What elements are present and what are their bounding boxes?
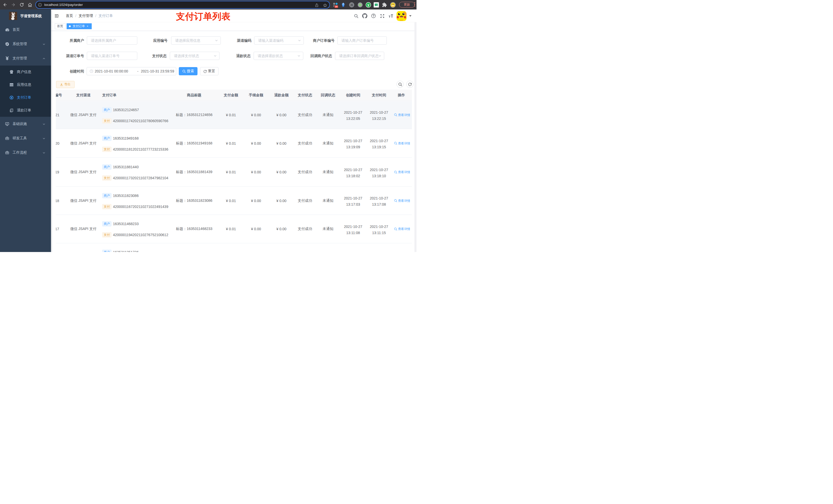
caret-down-icon[interactable] (409, 14, 412, 18)
chevron-down-icon (298, 54, 301, 57)
bookmark-star-icon[interactable] (323, 3, 327, 8)
shop-icon (9, 70, 14, 74)
tag-pay-order[interactable]: 支付订单 × (67, 23, 92, 29)
column-header: 手续金额 (249, 90, 263, 101)
github-icon[interactable] (360, 13, 369, 19)
cell-subject: 标题：1635311823086 (176, 198, 212, 203)
app-root: localhost:1024/pay/order 10 ⌘ y (0, 0, 416, 252)
column-header: 支付时间 (372, 90, 386, 101)
sidebar-item-devtools[interactable]: 研发工具 (0, 131, 51, 145)
cell-pay-status: 支付成功 (298, 141, 312, 146)
breadcrumb-pay[interactable]: 支付管理 (79, 14, 93, 18)
view-detail-link[interactable]: 查看详情 (394, 227, 410, 231)
page-scrollbar-gutter[interactable] (414, 22, 416, 252)
sidebar-fold-icon[interactable] (54, 14, 59, 18)
filter-label-channel-order-no: 渠道订单号 (66, 52, 84, 60)
sidebar-item-infra[interactable]: 基础设施 (0, 117, 51, 131)
extension-chat-icon[interactable] (374, 2, 379, 7)
search-button[interactable]: 搜索 (179, 67, 197, 75)
extension-tabs-icon[interactable]: 10 (333, 2, 338, 7)
range-end-value[interactable]: 2021-10-31 23:59:59 (141, 67, 176, 75)
tag-close-icon[interactable]: × (86, 25, 89, 28)
view-detail-link[interactable]: 查看详情 (394, 198, 410, 203)
column-header: 支付状态 (298, 90, 312, 101)
pay-tag: 支付 (102, 232, 112, 237)
refund-status-select[interactable]: 请选择退款状态 (254, 52, 303, 60)
sidebar-logo[interactable]: 芋道管理系统 (0, 9, 51, 23)
notify-status-select[interactable]: 请选择订单回调商户状态 (335, 52, 384, 60)
merchant-order-no-input[interactable]: 请输入商户订单编号 (337, 37, 387, 45)
sidebar-item-home[interactable]: 首页 (0, 23, 51, 37)
main-area: 首页 / 支付管理 / 支付订单 (51, 9, 416, 252)
tag-home[interactable]: 首页 (55, 23, 66, 29)
browser-reload-button[interactable] (18, 0, 26, 9)
app-select[interactable]: 请选择应用信息 (171, 37, 221, 45)
cell-merchant-order: 商户1635311949168 (102, 136, 139, 141)
extension-grey-circle-icon[interactable] (358, 2, 363, 7)
sidebar-item-merchant-info[interactable]: 商户信息 (0, 66, 51, 78)
extension-badge: 10 (334, 5, 338, 8)
breadcrumb-home[interactable]: 首页 (66, 14, 73, 18)
font-size-icon[interactable] (386, 13, 395, 19)
sidebar-item-app-info[interactable]: 应用信息 (0, 78, 51, 91)
cell-id: 119 (56, 170, 59, 174)
pay-tag: 支付 (102, 204, 112, 209)
view-detail-link[interactable]: 查看详情 (394, 141, 410, 145)
address-bar[interactable]: localhost:1024/pay/order (35, 1, 330, 9)
user-avatar[interactable] (397, 11, 406, 21)
column-header: 支付订单 (102, 90, 117, 101)
yen-circle-icon (9, 96, 14, 100)
chevron-down-icon (378, 54, 381, 57)
table-row: 118微信 JSAPI 支付商户1635311823086支付420000116… (56, 187, 412, 215)
reset-button[interactable]: 重置 (200, 67, 218, 75)
fullscreen-icon[interactable] (378, 14, 386, 19)
page-content: 所属商户 请选择所属商户 应用编号 请选择应用信息 渠道编码 请输入渠道编码 商… (51, 31, 416, 252)
browser-forward-button[interactable] (9, 0, 17, 9)
column-header: 支付渠道 (76, 90, 91, 101)
channel-code-select[interactable]: 请输入渠道编码 (254, 37, 304, 45)
cell-id: 121 (56, 113, 60, 117)
create-time-range-picker[interactable]: 2021-10-01 00:00:00 - 2021-10-31 23:59:5… (87, 67, 176, 75)
extension-y-icon[interactable]: y (365, 2, 372, 8)
header-search-icon[interactable] (352, 14, 360, 19)
extension-command-icon[interactable]: ⌘ (349, 2, 355, 8)
clock-icon (90, 69, 93, 73)
profile-avatar-icon[interactable] (390, 2, 396, 8)
range-start-value[interactable]: 2021-10-01 00:00:00 (95, 67, 135, 75)
sidebar-item-pay[interactable]: 支付管理 (0, 51, 51, 66)
cell-pay-amount: ¥ 0.01 (226, 170, 236, 174)
sidebar-item-workflow[interactable]: 工作流程 (0, 145, 51, 160)
dashboard-icon (5, 28, 9, 32)
browser-home-button[interactable] (26, 0, 34, 9)
table-refresh-button[interactable] (406, 81, 413, 88)
merchant-select[interactable]: 请选择所属商户 (87, 37, 137, 45)
extension-gem-icon[interactable] (341, 2, 346, 7)
browser-back-button[interactable] (1, 0, 9, 9)
channel-order-no-input[interactable]: 请输入渠道订单号 (87, 52, 137, 60)
cell-merchant-order: 商户1635311468233 (102, 221, 139, 226)
extensions-puzzle-icon[interactable] (382, 2, 387, 7)
sidebar-item-system[interactable]: 系统管理 (0, 37, 51, 51)
sidebar-item-refund-order[interactable]: 退款订单 (0, 104, 51, 117)
help-icon[interactable] (369, 13, 378, 19)
cell-pay-time: 2021-10-2713:22:15 (370, 110, 388, 122)
table-search-toggle-button[interactable] (397, 81, 404, 88)
cell-pay-amount: ¥ 0.01 (226, 113, 236, 117)
cell-pay-order: 支付4200001194202110276752100612 (102, 232, 168, 237)
site-info-icon[interactable] (38, 3, 42, 7)
view-detail-link[interactable]: 查看详情 (394, 170, 410, 174)
share-icon[interactable] (314, 3, 319, 7)
browser-update-button[interactable]: 更新 (399, 2, 415, 8)
merchant-tag: 商户 (102, 136, 112, 141)
merchant-tag: 商户 (102, 250, 112, 252)
cell-refund-amount: ¥ 0.00 (277, 199, 286, 203)
view-detail-link[interactable]: 查看详情 (394, 113, 410, 117)
url-text[interactable]: localhost:1024/pay/order (44, 3, 83, 7)
export-button[interactable]: 导出 (56, 81, 74, 88)
breadcrumb: 首页 / 支付管理 / 支付订单 (66, 9, 113, 22)
sidebar-item-pay-order[interactable]: 支付订单 (0, 91, 51, 104)
browser-menu-icon[interactable] (414, 2, 415, 7)
cell-subject: 标题：1635311881439 (176, 170, 212, 174)
cell-pay-time: 2021-10-2713:11:15 (370, 223, 388, 236)
pay-status-select[interactable]: 请选择支付状态 (170, 52, 219, 60)
